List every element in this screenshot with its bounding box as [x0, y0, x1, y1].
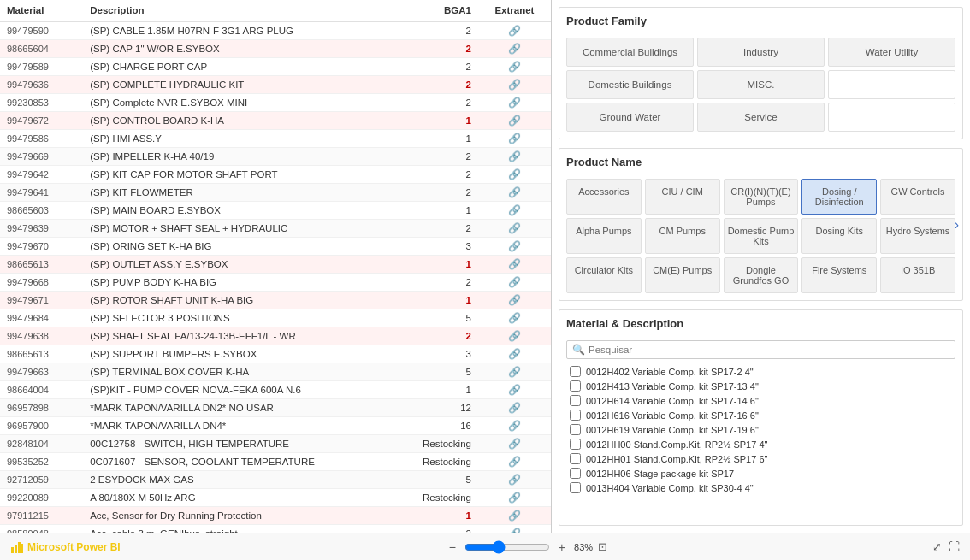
table-row[interactable]: 99479641(SP) KIT FLOWMETER2🔗	[0, 184, 551, 202]
extranet-cell[interactable]: 🔗	[478, 130, 551, 148]
extranet-cell[interactable]: 🔗	[478, 76, 551, 94]
product-family-cell[interactable]: Commercial Buildings	[566, 38, 694, 67]
extranet-cell[interactable]: 🔗	[478, 238, 551, 256]
product-name-cell[interactable]: Alpha Pumps	[566, 218, 642, 254]
material-list-item[interactable]: 0012H413 Variable Comp. kit SP17-13 4"	[566, 379, 955, 393]
table-row[interactable]: 97911215Acc, Sensor for Dry Running Prot…	[0, 507, 551, 525]
extranet-cell[interactable]: 🔗	[478, 94, 551, 112]
product-family-cell[interactable]: Domestic Buildings	[566, 70, 694, 99]
table-row[interactable]: 99479638(SP) SHAFT SEAL FA/13-24-13B-EFF…	[0, 327, 551, 345]
material-checkbox[interactable]	[570, 482, 581, 493]
fullscreen-icon[interactable]: ⛶	[949, 540, 960, 553]
material-checkbox[interactable]	[570, 395, 581, 406]
extranet-cell[interactable]: 🔗	[478, 525, 551, 533]
product-family-cell[interactable]: Service	[697, 103, 825, 132]
table-row[interactable]: 99479636(SP) COMPLETE HYDRAULIC KIT2🔗	[0, 76, 551, 94]
product-name-cell[interactable]: CM Pumps	[645, 218, 720, 254]
product-name-cell[interactable]: Dosing Kits	[801, 218, 877, 254]
material-checkbox[interactable]	[570, 439, 581, 450]
table-row[interactable]: 99220089A 80/180X M 50Hz ARGRestocking🔗	[0, 489, 551, 507]
table-row[interactable]: 99479669(SP) IMPELLER K-HA 40/192🔗	[0, 148, 551, 166]
material-checkbox[interactable]	[570, 424, 581, 435]
material-list-item[interactable]: 0012H614 Variable Comp. kit SP17-14 6"	[566, 393, 955, 408]
extranet-cell[interactable]: 🔗	[478, 58, 551, 76]
table-row[interactable]: 927120592 ESYDOCK MAX GAS5🔗	[0, 471, 551, 489]
extranet-cell[interactable]: 🔗	[478, 363, 551, 381]
product-name-cell[interactable]: Dongle Grundfos GO	[724, 257, 799, 293]
product-family-cell[interactable]: Ground Water	[566, 103, 694, 132]
material-list-item[interactable]: 0012H616 Variable Comp. kit SP17-16 6"	[566, 408, 955, 422]
zoom-minus-button[interactable]: −	[446, 539, 459, 556]
material-list-item[interactable]: 0012HH00 Stand.Comp.Kit, RP2½ SP17 4"	[566, 437, 955, 451]
product-name-cell[interactable]: Circulator Kits	[566, 257, 642, 293]
product-name-cell[interactable]: CIU / CIM	[645, 179, 720, 215]
product-name-cell[interactable]: GW Controls	[880, 179, 955, 215]
table-row[interactable]: 99479684(SP) SELECTOR 3 POSITIONS5🔗	[0, 309, 551, 327]
material-checkbox[interactable]	[570, 468, 581, 479]
product-name-cell[interactable]: CR(I)(N)(T)(E) Pumps	[724, 179, 799, 215]
extranet-cell[interactable]: 🔗	[478, 148, 551, 166]
material-checkbox[interactable]	[570, 453, 581, 464]
table-row[interactable]: 99479639(SP) MOTOR + SHAFT SEAL + HYDRAU…	[0, 220, 551, 238]
material-checkbox[interactable]	[570, 410, 581, 421]
table-row[interactable]: 98665613(SP) SUPPORT BUMPERS E.SYBOX3🔗	[0, 345, 551, 363]
extranet-cell[interactable]: 🔗	[478, 112, 551, 130]
material-list-item[interactable]: 0013H404 Variable Comp. kit SP30-4 4"	[566, 480, 955, 495]
table-row[interactable]: 96957898*MARK TAPON/VARILLA DN2* NO USAR…	[0, 399, 551, 417]
extranet-cell[interactable]: 🔗	[478, 489, 551, 507]
extranet-cell[interactable]: 🔗	[478, 327, 551, 345]
table-row[interactable]: 99479642(SP) KIT CAP FOR MOTOR SHAFT POR…	[0, 166, 551, 184]
table-row[interactable]: 98665604(SP) CAP 1" W/OR E.SYBOX2🔗	[0, 40, 551, 58]
powerbi-link[interactable]: Microsoft Power BI	[10, 540, 121, 554]
product-name-cell[interactable]: IO 351B	[880, 257, 955, 293]
extranet-cell[interactable]: 🔗	[478, 309, 551, 327]
extranet-cell[interactable]: 🔗	[478, 274, 551, 292]
extranet-cell[interactable]: 🔗	[478, 256, 551, 274]
table-row[interactable]: 98665603(SP) MAIN BOARD E.SYBOX1🔗	[0, 202, 551, 220]
product-name-cell[interactable]: Dosing / Disinfection	[801, 179, 877, 215]
extranet-cell[interactable]: 🔗	[478, 40, 551, 58]
extranet-cell[interactable]: 🔗	[478, 399, 551, 417]
material-checkbox[interactable]	[570, 366, 581, 377]
extranet-cell[interactable]: 🔗	[478, 435, 551, 453]
product-name-cell[interactable]: Accessories	[566, 179, 642, 215]
product-name-cell[interactable]: Fire Systems	[801, 257, 877, 293]
extranet-cell[interactable]: 🔗	[478, 453, 551, 471]
share-icon[interactable]: ⤢	[932, 540, 942, 553]
table-row[interactable]: 99479672(SP) CONTROL BOARD K-HA1🔗	[0, 112, 551, 130]
extranet-cell[interactable]: 🔗	[478, 166, 551, 184]
extranet-cell[interactable]: 🔗	[478, 220, 551, 238]
extranet-cell[interactable]: 🔗	[478, 471, 551, 489]
product-name-cell[interactable]: Domestic Pump Kits	[724, 218, 799, 254]
extranet-cell[interactable]: 🔗	[478, 345, 551, 363]
table-wrapper[interactable]: Material Description BGA1 Extranet 99479…	[0, 0, 551, 533]
extranet-cell[interactable]: 🔗	[478, 21, 551, 40]
table-row[interactable]: 99479670(SP) ORING SET K-HA BIG3🔗	[0, 238, 551, 256]
table-row[interactable]: 96957900*MARK TAPON/VARILLA DN4*16🔗	[0, 417, 551, 435]
table-row[interactable]: 98665613(SP) OUTLET ASS.Y E.SYBOX1🔗	[0, 256, 551, 274]
extranet-cell[interactable]: 🔗	[478, 417, 551, 435]
table-row[interactable]: 99479590(SP) CABLE 1.85M H07RN-F 3G1 ARG…	[0, 21, 551, 40]
table-row[interactable]: 99479671(SP) ROTOR SHAFT UNIT K-HA BIG1🔗	[0, 292, 551, 309]
extranet-cell[interactable]: 🔗	[478, 507, 551, 525]
extranet-cell[interactable]: 🔗	[478, 202, 551, 220]
product-family-cell[interactable]: Water Utility	[828, 38, 955, 67]
product-family-cell[interactable]: MISC.	[697, 70, 825, 99]
material-checkbox[interactable]	[570, 380, 581, 392]
zoom-slider[interactable]	[464, 540, 550, 554]
extranet-cell[interactable]: 🔗	[478, 292, 551, 309]
fit-page-icon[interactable]: ⊡	[598, 540, 607, 553]
table-row[interactable]: 995352520C071607 - SENSOR, COOLANT TEMPE…	[0, 453, 551, 471]
table-row[interactable]: 99479589(SP) CHARGE PORT CAP2🔗	[0, 58, 551, 76]
material-list-item[interactable]: 0012HH06 Stage package kit SP17	[566, 466, 955, 480]
zoom-plus-button[interactable]: +	[555, 539, 569, 556]
product-name-cell[interactable]: CM(E) Pumps	[645, 257, 720, 293]
table-row[interactable]: 99479668(SP) PUMP BODY K-HA BIG2🔗	[0, 274, 551, 292]
material-list-item[interactable]: 0012HH01 Stand.Comp.Kit, RP2½ SP17 6"	[566, 451, 955, 466]
search-input[interactable]	[589, 345, 949, 355]
table-row[interactable]: 9284810400C12758 - SWITCH, HIGH TEMPERAT…	[0, 435, 551, 453]
chevron-right-icon[interactable]: ›	[955, 217, 959, 233]
table-row[interactable]: 99479586(SP) HMI ASS.Y1🔗	[0, 130, 551, 148]
table-row[interactable]: 98589048Acc. cable 3 m, GENIbus, straigh…	[0, 525, 551, 533]
product-family-cell[interactable]: Industry	[697, 38, 825, 67]
